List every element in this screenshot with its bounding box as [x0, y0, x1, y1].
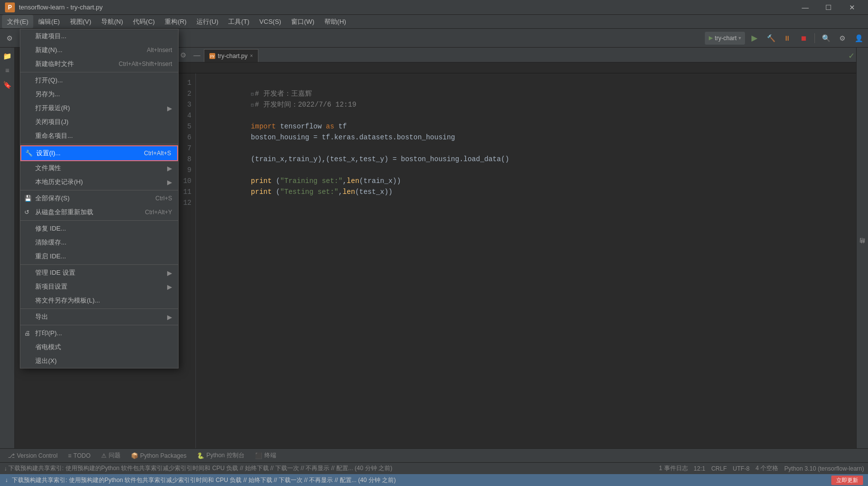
menu-export-label: 导出 [35, 312, 48, 321]
panel-python-packages[interactable]: 📦 Python Packages [127, 451, 190, 461]
problems-icon: ⚠ [101, 452, 107, 459]
editor-container: ⚙ — py try-chart.py × ✓ 1 2 3 4 [174, 48, 856, 448]
status-events[interactable]: 1 事件日志 [659, 464, 688, 473]
menu-save-template[interactable]: 将文件另存为模板(L)... [20, 294, 178, 307]
sidebar-bookmarks-icon[interactable]: 🔖 [1, 79, 13, 91]
interpreter-label: Python 3.10 (tensorflow-learn) [784, 465, 864, 472]
notification-dismiss-btn[interactable]: 立即更新 [831, 476, 863, 485]
menu-bar: 文件(E) 编辑(E) 视图(V) 导航(N) 代码(C) 重构(R) 运行(U… [0, 15, 868, 29]
menu-window[interactable]: 窗口(W) [286, 15, 319, 28]
menu-new-project-settings[interactable]: 新项目设置 ▶ [20, 280, 178, 294]
code-content[interactable]: ⊟# 开发者：王嘉辉 ⊟# 开发时间：2022/7/6 12:19 import… [196, 73, 856, 448]
menu-reload-disk[interactable]: ↺ 从磁盘全部重新加载 Ctrl+Alt+Y [20, 205, 178, 219]
menu-new-project-settings-arrow: ▶ [167, 283, 172, 291]
run-button[interactable]: ▶ [747, 31, 761, 45]
menu-close-project[interactable]: 关闭项目(J) [20, 115, 178, 129]
menu-new-project-settings-label: 新项目设置 [35, 282, 67, 291]
panel-version-control[interactable]: ⎇ Version Control [4, 451, 62, 461]
run-config-label: try-chart [715, 35, 737, 42]
menu-open-recent[interactable]: 打开最近(R) ▶ [20, 101, 178, 115]
menu-rename-project[interactable]: 重命名项目... [20, 129, 178, 143]
panel-python-console[interactable]: 🐍 Python 控制台 [193, 450, 248, 461]
menu-restart-ide[interactable]: 重启 IDE... [20, 249, 178, 263]
menu-vcs[interactable]: VCS(S) [254, 15, 286, 28]
status-encoding[interactable]: UTF-8 [733, 464, 749, 473]
window-title: tensorflow-learn - try-chart.py [19, 3, 103, 11]
menu-file-props-label: 文件属性 [35, 164, 61, 173]
reload-icon: ↺ [24, 209, 29, 216]
fold-icon-2: ⊟ [251, 103, 254, 108]
menu-new[interactable]: 新建(N)... Alt+Insert [20, 48, 178, 57]
menu-navigate[interactable]: 导航(N) [96, 15, 128, 28]
menu-open-recent-arrow: ▶ [167, 105, 172, 112]
menu-export[interactable]: 导出 ▶ [20, 310, 178, 324]
menu-save-as[interactable]: 另存为... [20, 87, 178, 101]
terminal-label: 终端 [264, 451, 276, 460]
menu-view[interactable]: 视图(V) [65, 15, 96, 28]
separator-7 [20, 325, 178, 325]
search-button[interactable]: 🔍 [819, 31, 833, 45]
menu-file-props[interactable]: 文件属性 ▶ [20, 161, 178, 175]
menu-refactor[interactable]: 重构(R) [160, 15, 191, 28]
python-packages-icon: 📦 [131, 452, 138, 459]
menu-local-history[interactable]: 本地历史记录(H) ▶ [20, 175, 178, 189]
maximize-button[interactable]: ☐ [817, 0, 840, 15]
menu-close-project-label: 关闭项目(J) [35, 118, 68, 126]
minimize-button[interactable]: — [794, 0, 816, 15]
code-line-7: (train_x,train_y),(test_x,test_y) = bost… [201, 143, 856, 154]
menu-power-save[interactable]: 省电模式 [20, 340, 178, 354]
status-indent[interactable]: 4 个空格 [755, 464, 778, 473]
sidebar-project-icon[interactable]: 📁 [1, 50, 13, 62]
comment-1: # 开发者：王嘉辉 [255, 90, 312, 98]
menu-repair-ide[interactable]: 修复 IDE... [20, 222, 178, 236]
events-label: 1 事件日志 [659, 464, 688, 473]
menu-new-scratch-label: 新建临时文件 [35, 60, 74, 68]
menu-manage-ide-settings[interactable]: 管理 IDE 设置 ▶ [20, 266, 178, 280]
debug-button[interactable]: ⏸ [780, 31, 794, 45]
close-button[interactable]: ✕ [841, 0, 863, 15]
status-line-endings[interactable]: CRLF [711, 464, 727, 473]
file-tab-try-chart[interactable]: py try-chart.py × [204, 49, 258, 62]
menu-open[interactable]: 打开(Q)... [20, 73, 178, 87]
panel-todo[interactable]: ≡ TODO [64, 451, 94, 461]
menu-tools[interactable]: 工具(T) [223, 15, 254, 28]
menu-file-props-arrow: ▶ [167, 165, 172, 172]
status-bar-right: 1 事件日志 12:1 CRLF UTF-8 4 个空格 Python 3.10… [659, 464, 864, 473]
editor-area: 新建项目... 新建(N)... Alt+Insert 新建临时文件 Ctrl+… [15, 48, 856, 448]
editor-split-btn[interactable]: — [190, 48, 204, 62]
stop-button[interactable]: ⏹ [797, 31, 810, 45]
menu-exit[interactable]: 退出(X) [20, 354, 178, 368]
menu-run[interactable]: 运行(U) [191, 15, 223, 28]
menu-edit[interactable]: 编辑(E) [33, 15, 64, 28]
menu-settings[interactable]: 🔧 设置(I)... Ctrl+Alt+S [20, 145, 178, 161]
separator-2 [20, 144, 178, 144]
menu-code[interactable]: 代码(C) [128, 15, 160, 28]
title-bar: P tensorflow-learn - try-chart.py — ☐ ✕ [0, 0, 868, 15]
comment-2: # 开发时间：2022/7/6 12:19 [255, 101, 356, 109]
sidebar-right: 结构 [856, 48, 868, 448]
run-config-selector[interactable]: ▶ try-chart ▾ [705, 32, 745, 45]
menu-settings-shortcut: Ctrl+Alt+S [144, 150, 171, 157]
toolbar-settings-btn[interactable]: ⚙ [2, 31, 16, 45]
status-notification-text: 下载预构建共享索引: 使用预构建的Python 软件包共享索引减少索引引时间和 … [8, 464, 392, 473]
menu-new-scratch[interactable]: 新建临时文件 Ctrl+Alt+Shift+Insert [20, 57, 178, 71]
menu-file[interactable]: 文件(E) [2, 15, 33, 28]
code-editor[interactable]: 1 2 3 4 5 6 7 8 9 10 11 12 ⊟# 开发者：王嘉辉 [174, 73, 856, 448]
menu-print[interactable]: 🖨 打印(P)... [20, 326, 178, 340]
menu-save-all[interactable]: 💾 全部保存(S) Ctrl+S [20, 191, 178, 205]
settings-gear-button[interactable]: ⚙ [835, 31, 849, 45]
build-button[interactable]: 🔨 [764, 31, 778, 45]
status-interpreter[interactable]: Python 3.10 (tensorflow-learn) [784, 464, 864, 473]
tab-close-btn[interactable]: × [250, 53, 253, 59]
status-git-notification[interactable]: ↓ 下载预构建共享索引: 使用预构建的Python 软件包共享索引减少索引引时间… [4, 464, 392, 473]
sidebar-structure-icon[interactable]: ≡ [1, 64, 13, 76]
panel-problems[interactable]: ⚠ 问题 [97, 450, 124, 461]
status-position[interactable]: 12:1 [694, 464, 705, 473]
menu-new-scratch-shortcut: Ctrl+Alt+Shift+Insert [119, 61, 172, 67]
title-bar-left: P tensorflow-learn - try-chart.py [5, 2, 103, 12]
menu-help[interactable]: 帮助(H) [319, 15, 351, 28]
menu-invalidate-caches[interactable]: 清除缓存... [20, 236, 178, 249]
menu-reload-disk-label: 从磁盘全部重新加载 [35, 208, 93, 217]
panel-terminal[interactable]: ⬛ 终端 [251, 450, 280, 461]
account-button[interactable]: 👤 [852, 31, 866, 45]
